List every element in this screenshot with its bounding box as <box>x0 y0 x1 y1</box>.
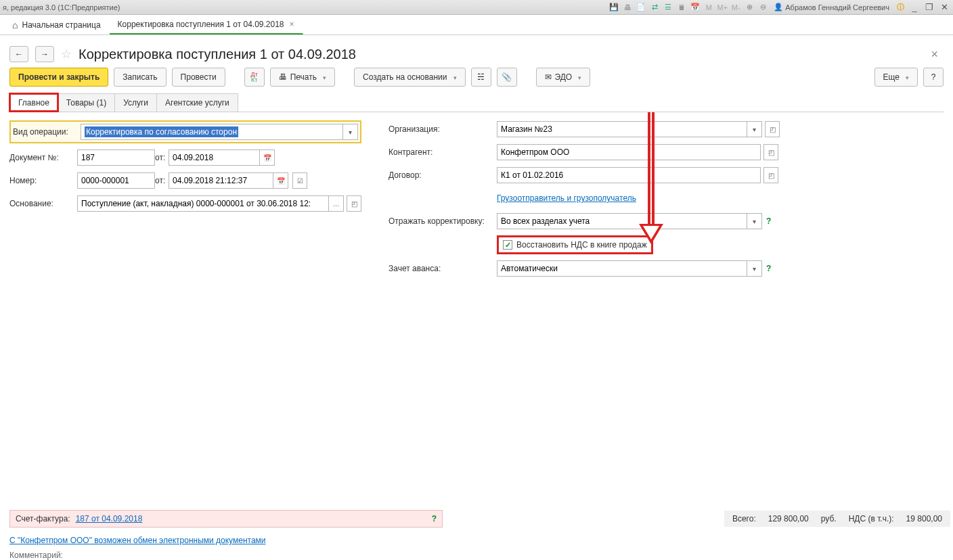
save-icon[interactable]: 💾 <box>608 2 619 13</box>
calc-list-icon[interactable]: ☰ <box>663 2 673 13</box>
total-value: 129 800,00 <box>768 514 809 523</box>
attach-button[interactable]: 📎 <box>497 68 517 87</box>
structure-icon: ☵ <box>477 72 485 82</box>
tab-document[interactable]: Корректировка поступления 1 от 04.09.201… <box>110 15 303 34</box>
titlebar-icons: 💾 🖶 📄 ⇄ ☰ 🖩 📅 M M+ M- ⊕ ⊖ 👤 Абрамов Генн… <box>608 2 950 13</box>
op-type-value: Корректировка по согласованию сторон <box>85 126 238 137</box>
zoom-in-icon[interactable]: ⊕ <box>744 2 755 13</box>
row-org: Организация: ▾ ◰ <box>389 120 808 138</box>
help-icon[interactable]: ? <box>766 264 771 273</box>
help-button[interactable]: ? <box>923 68 944 87</box>
favorite-icon[interactable]: ☆ <box>61 47 72 62</box>
num-input[interactable] <box>77 172 155 189</box>
org-input[interactable] <box>497 121 747 137</box>
row-shipper: Грузоотправитель и грузополучатель <box>389 189 808 207</box>
row-advance: Зачет аванса: ▾ ? <box>389 260 808 277</box>
page-close-icon[interactable]: × <box>931 47 944 62</box>
user-menu[interactable]: 👤 Абрамов Геннадий Сергеевич <box>771 3 892 11</box>
annotation-arrow <box>642 112 662 254</box>
contr-input[interactable] <box>497 144 761 160</box>
row-basis: Основание: … ◰ <box>9 195 361 212</box>
help-icon[interactable]: ? <box>432 514 437 523</box>
post-close-button[interactable]: Провести и закрыть <box>9 68 108 87</box>
dtkt-button[interactable]: ДтКт <box>244 68 265 87</box>
save-button[interactable]: Записать <box>114 68 166 87</box>
calc-icon[interactable]: 🖩 <box>676 2 687 13</box>
formtab-goods[interactable]: Товары (1) <box>58 93 115 112</box>
stamp-button[interactable]: ☑ <box>292 172 307 189</box>
calendar-icon[interactable]: 📅 <box>273 172 288 189</box>
help-icon[interactable]: ? <box>766 216 771 226</box>
print-icon[interactable]: 🖶 <box>622 2 633 13</box>
nav-tabs: Начальная страница Корректировка поступл… <box>0 15 953 35</box>
form-tabs: Главное Товары (1) Услуги Агентские услу… <box>9 93 944 112</box>
tab-close-icon[interactable]: × <box>290 20 294 29</box>
m-icon[interactable]: M <box>703 2 714 13</box>
edo-button[interactable]: ✉ЭДО <box>536 68 591 87</box>
post-button[interactable]: Провести <box>172 68 225 87</box>
right-column: Организация: ▾ ◰ Контрагент: ◰ Договор: … <box>389 120 808 283</box>
formtab-services[interactable]: Услуги <box>114 93 157 112</box>
doc-date-input[interactable] <box>169 149 260 166</box>
doc-no-input[interactable] <box>77 149 155 166</box>
print-button[interactable]: 🖶Печать <box>270 68 335 87</box>
m-minus-icon[interactable]: M- <box>730 2 741 13</box>
vat-value: 19 800,00 <box>906 514 942 523</box>
row-restore-vat: ✓ Восстановить НДС в книге продаж <box>389 235 808 254</box>
footer: Счет-фактура: 187 от 04.09.2018 ? Всего:… <box>0 509 953 560</box>
dog-input[interactable] <box>497 167 761 183</box>
printer-icon: 🖶 <box>279 72 287 82</box>
close-icon[interactable]: ✕ <box>938 2 950 13</box>
page-header: ← → ☆ Корректировка поступления 1 от 04.… <box>0 35 953 68</box>
from-label: от: <box>155 153 164 162</box>
back-button[interactable]: ← <box>9 46 28 62</box>
from-label-2: от: <box>155 176 164 185</box>
structure-button[interactable]: ☵ <box>471 68 491 87</box>
contr-label: Контрагент: <box>389 147 497 157</box>
doc-no-label: Документ №: <box>9 153 77 162</box>
org-label: Организация: <box>389 124 497 134</box>
dropdown-icon[interactable]: ▾ <box>747 121 762 137</box>
open-icon[interactable]: ◰ <box>347 195 361 212</box>
advance-select[interactable] <box>497 260 747 277</box>
restore-icon[interactable]: ❐ <box>923 2 935 13</box>
invoice-label: Счет-фактура: <box>16 514 70 523</box>
compare-icon[interactable]: ⇄ <box>649 2 660 13</box>
left-column: Вид операции: Корректировка по согласова… <box>9 120 361 283</box>
zoom-out-icon[interactable]: ⊖ <box>757 2 768 13</box>
num-date-input[interactable] <box>169 172 273 189</box>
dropdown-icon[interactable]: ▾ <box>343 124 358 140</box>
edo-icon: ✉ <box>545 72 552 82</box>
doc-icon[interactable]: 📄 <box>636 2 646 13</box>
basis-input[interactable] <box>77 195 329 212</box>
open-icon[interactable]: ◰ <box>763 144 778 160</box>
window-titlebar: я, редакция 3.0 (1С:Предприятие) 💾 🖶 📄 ⇄… <box>0 0 953 15</box>
open-icon[interactable]: ◰ <box>765 121 780 137</box>
tab-home[interactable]: Начальная страница <box>4 15 110 34</box>
formtab-agent[interactable]: Агентские услуги <box>156 93 238 112</box>
restore-vat-checkbox[interactable]: ✓ <box>503 240 512 250</box>
minimize-icon[interactable]: _ <box>908 2 921 13</box>
m-plus-icon[interactable]: M+ <box>717 2 728 13</box>
restore-vat-label: Восстановить НДС в книге продаж <box>516 240 647 250</box>
calendar-icon[interactable]: 📅 <box>260 149 275 166</box>
calendar-icon[interactable]: 📅 <box>690 2 701 13</box>
more-button[interactable]: Еще <box>874 68 918 87</box>
invoice-link[interactable]: 187 от 04.09.2018 <box>76 514 143 523</box>
reflect-select[interactable] <box>497 213 747 229</box>
edo-exchange-link[interactable]: С "Конфетпром ООО" возможен обмен электр… <box>9 536 266 545</box>
info-icon[interactable]: ⓘ <box>895 2 906 13</box>
forward-button[interactable]: → <box>35 46 54 62</box>
ellipsis-icon[interactable]: … <box>329 195 344 212</box>
row-number: Номер: от: 📅 ☑ <box>9 172 361 189</box>
shipper-link[interactable]: Грузоотправитель и грузополучатель <box>497 193 636 203</box>
formtab-main[interactable]: Главное <box>9 93 58 112</box>
vat-label: НДС (в т.ч.): <box>849 514 894 523</box>
currency-label: руб. <box>821 514 837 523</box>
dropdown-icon[interactable]: ▾ <box>747 260 762 277</box>
open-icon[interactable]: ◰ <box>763 167 778 183</box>
total-label: Всего: <box>732 514 756 523</box>
create-by-button[interactable]: Создать на основании <box>354 68 466 87</box>
dropdown-icon[interactable]: ▾ <box>747 213 762 229</box>
op-type-select[interactable]: Корректировка по согласованию сторон <box>81 124 343 140</box>
